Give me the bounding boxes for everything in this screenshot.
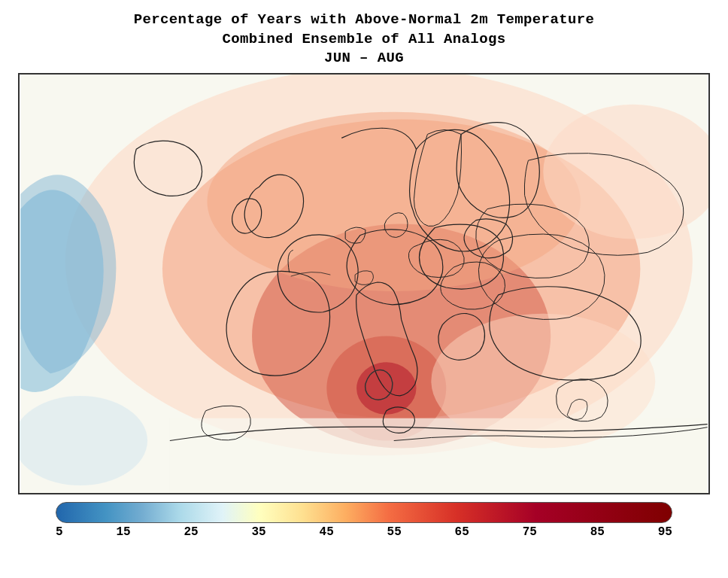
- colorbar-labels: 5 15 25 35 45 55 65 75 85 95: [56, 525, 672, 539]
- title-line3: JUN – AUG: [134, 49, 595, 68]
- svg-point-11: [431, 314, 655, 449]
- colorbar-label-95: 95: [658, 525, 672, 539]
- svg-point-5: [208, 112, 581, 291]
- colorbar-section: 5 15 25 35 45 55 65 75 85 95: [18, 502, 710, 531]
- colorbar-label-55: 55: [387, 525, 402, 539]
- colorbar-label-25: 25: [184, 525, 198, 539]
- colorbar-label-5: 5: [56, 525, 63, 539]
- colorbar-label-35: 35: [252, 525, 266, 539]
- colorbar-label-75: 75: [523, 525, 537, 539]
- colorbar-label-85: 85: [590, 525, 605, 539]
- colorbar-label-15: 15: [116, 525, 130, 539]
- title-line2: Combined Ensemble of All Analogs: [134, 30, 595, 50]
- colorbar-gradient: [56, 502, 672, 523]
- colorbar-label-45: 45: [320, 525, 334, 539]
- map-svg: [20, 75, 708, 493]
- title-line1: Percentage of Years with Above-Normal 2m…: [134, 11, 595, 30]
- title-block: Percentage of Years with Above-Normal 2m…: [134, 11, 595, 68]
- colorbar-label-65: 65: [455, 525, 469, 539]
- colorbar-wrapper: 5 15 25 35 45 55 65 75 85 95: [56, 502, 672, 531]
- map-container: [18, 73, 710, 494]
